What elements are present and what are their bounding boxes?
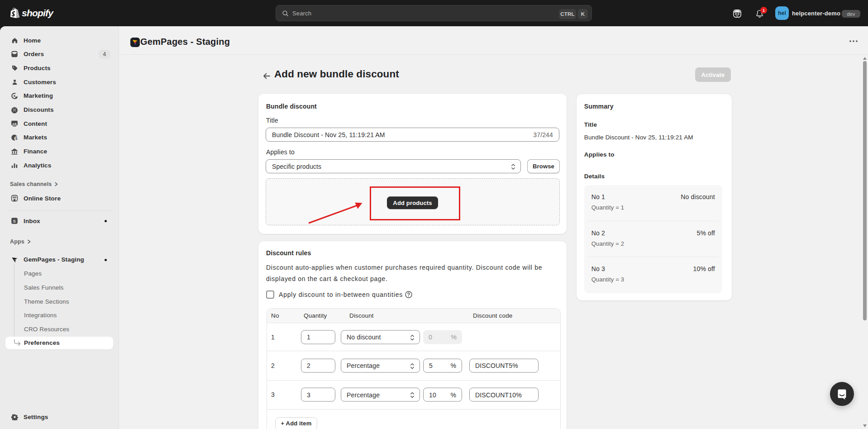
svg-text:$: $ bbox=[15, 136, 18, 141]
svg-text:S: S bbox=[13, 219, 16, 224]
